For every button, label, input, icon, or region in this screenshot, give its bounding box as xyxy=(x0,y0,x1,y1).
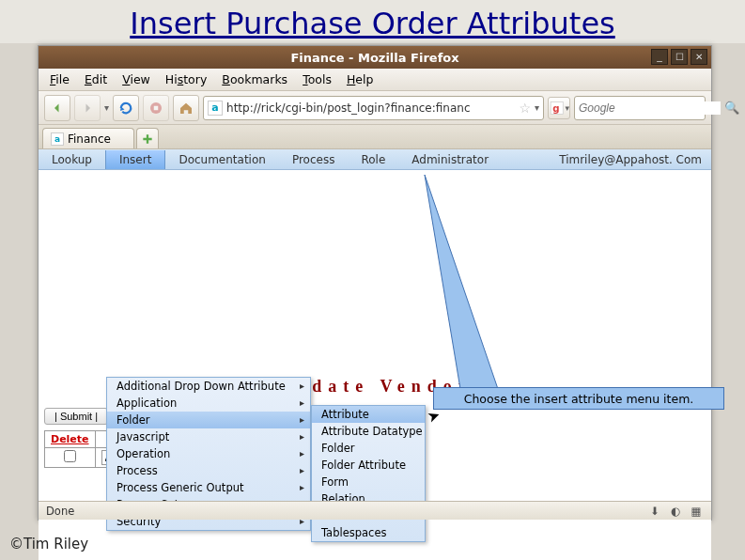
forward-button[interactable] xyxy=(74,95,101,121)
site-favicon: a xyxy=(208,101,223,116)
window-title: Finance - Mozilla Firefox xyxy=(290,51,458,65)
close-button[interactable]: ✕ xyxy=(691,49,707,65)
appmenu-documentation[interactable]: Documentation xyxy=(165,150,279,169)
new-tab-button[interactable] xyxy=(136,128,159,148)
menu-file[interactable]: File xyxy=(44,70,75,88)
slide-title: Insert Purchase Order Attributes xyxy=(0,0,745,43)
url-bar[interactable]: a http://rick/cgi-bin/post_login?finance… xyxy=(203,96,544,120)
appmenu-process[interactable]: Process xyxy=(279,150,349,169)
appmenu-user: Timriley@Appahost. Com xyxy=(546,150,711,169)
menu-bookmarks[interactable]: Bookmarks xyxy=(216,70,293,88)
submenu-process[interactable]: Process▸ xyxy=(107,462,310,479)
chevron-right-icon: ▸ xyxy=(300,465,304,475)
search-go-icon[interactable]: 🔍 xyxy=(724,101,739,115)
subsubmenu-attribute[interactable]: Attribute xyxy=(312,406,425,423)
chevron-right-icon: ▸ xyxy=(300,482,304,492)
history-dropdown-icon[interactable]: ▾ xyxy=(104,102,109,113)
browser-menubar: File Edit View History Bookmarks Tools H… xyxy=(39,69,711,91)
tab-label: Finance xyxy=(68,132,111,146)
menu-tools[interactable]: Tools xyxy=(297,70,337,88)
submenu-process-generic-output[interactable]: Process Generic Output▸ xyxy=(107,479,310,496)
tab-favicon: a xyxy=(51,132,64,146)
plus-icon xyxy=(141,132,154,146)
subsubmenu-folder[interactable]: Folder xyxy=(312,440,425,457)
app-menubar: Lookup Insert Documentation Process Role… xyxy=(39,149,711,170)
bookmark-star-icon[interactable]: ☆ xyxy=(519,101,531,116)
svg-text:g: g xyxy=(552,102,559,113)
google-engine-button[interactable]: g ▾ xyxy=(548,97,570,119)
subsubmenu-tablespaces[interactable]: Tablespaces xyxy=(312,524,425,541)
home-button[interactable] xyxy=(173,95,199,121)
back-button[interactable] xyxy=(44,95,70,121)
submenu-javascript[interactable]: Javascript▸ xyxy=(107,428,310,445)
arrow-left-icon xyxy=(49,100,66,117)
submenu-operation[interactable]: Operation▸ xyxy=(107,445,310,462)
script-icon[interactable]: ▦ xyxy=(689,504,704,519)
stop-icon xyxy=(147,100,164,117)
chevron-right-icon: ▸ xyxy=(300,381,304,391)
chevron-right-icon: ▸ xyxy=(300,431,304,442)
url-text: http://rick/cgi-bin/post_login?finance:f… xyxy=(226,101,515,115)
callout-box: Choose the insert attribute menu item. xyxy=(433,387,724,410)
search-box[interactable]: 🔍 xyxy=(574,96,706,120)
reload-icon xyxy=(117,100,134,117)
submenu-additional-attribute[interactable]: Additional Drop Down Attribute▸ xyxy=(107,378,310,395)
appmenu-insert[interactable]: Insert xyxy=(105,150,165,169)
folder-submenu: Attribute Attribute Datatype Folder Fold… xyxy=(311,405,426,542)
submenu-application[interactable]: Application▸ xyxy=(107,395,310,412)
submenu-folder[interactable]: Folder▸ xyxy=(107,412,310,428)
svg-rect-1 xyxy=(154,105,159,110)
arrow-right-icon xyxy=(79,100,96,117)
maximize-button[interactable]: ☐ xyxy=(671,49,688,65)
svg-marker-4 xyxy=(425,175,498,389)
tab-strip: a Finance xyxy=(39,125,711,149)
minimize-button[interactable]: _ xyxy=(651,49,668,65)
home-icon xyxy=(178,100,194,117)
menu-edit[interactable]: Edit xyxy=(79,70,113,88)
downloads-icon[interactable]: ⬇ xyxy=(647,504,662,519)
status-bar: Done ⬇ ◐ ▦ xyxy=(39,501,711,520)
subsubmenu-folder-attribute[interactable]: Folder Attribute xyxy=(312,457,425,474)
stop-button[interactable] xyxy=(143,95,169,121)
window-titlebar: Finance - Mozilla Firefox _ ☐ ✕ xyxy=(39,46,711,69)
submit-button[interactable]: | Submit | xyxy=(44,408,108,425)
chevron-right-icon: ▸ xyxy=(300,448,304,459)
appmenu-lookup[interactable]: Lookup xyxy=(39,150,105,169)
chevron-right-icon: ▸ xyxy=(300,397,304,408)
col-delete[interactable]: Delete xyxy=(45,431,96,448)
appmenu-role[interactable]: Role xyxy=(348,150,398,169)
delete-checkbox[interactable] xyxy=(64,450,76,462)
reload-button[interactable] xyxy=(113,95,139,121)
status-text: Done xyxy=(46,505,74,518)
callout-text: Choose the insert attribute menu item. xyxy=(464,392,694,406)
menu-view[interactable]: View xyxy=(116,70,156,88)
browser-toolbar: ▾ a http://rick/cgi-bin/post_login?finan… xyxy=(39,91,711,125)
url-dropdown-icon[interactable]: ▾ xyxy=(535,102,539,113)
subsubmenu-form[interactable]: Form xyxy=(312,474,425,490)
menu-history[interactable]: History xyxy=(160,70,212,88)
menu-help[interactable]: Help xyxy=(341,70,380,88)
subsubmenu-attribute-datatype[interactable]: Attribute Datatype xyxy=(312,423,425,440)
chevron-right-icon: ▸ xyxy=(300,414,304,425)
addon-icon[interactable]: ◐ xyxy=(668,504,683,519)
google-icon: g xyxy=(549,100,565,117)
tab-finance[interactable]: a Finance xyxy=(42,128,134,148)
callout-pointer xyxy=(404,175,629,408)
appmenu-administrator[interactable]: Administrator xyxy=(398,150,502,169)
search-input[interactable] xyxy=(579,101,721,115)
copyright: ©Tim Riley xyxy=(9,536,88,552)
